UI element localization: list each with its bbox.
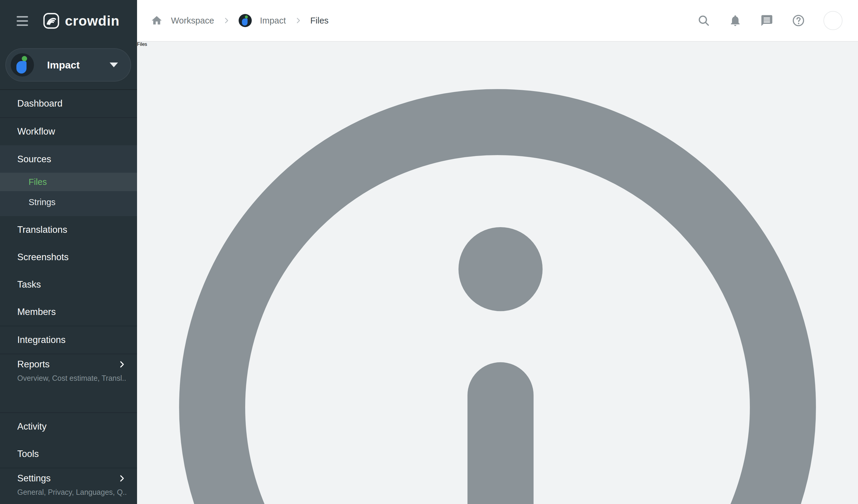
sidebar-item-label: Settings bbox=[17, 473, 117, 484]
sidebar-item-subtitle: Overview, Cost estimate, Transl... bbox=[17, 374, 126, 383]
chevron-down-icon bbox=[110, 63, 118, 67]
breadcrumb: Workspace Impact Files bbox=[151, 14, 329, 27]
sidebar-item-integrations[interactable]: Integrations bbox=[0, 326, 137, 354]
user-avatar[interactable] bbox=[823, 11, 842, 30]
chevron-right-icon bbox=[117, 474, 126, 483]
sidebar-item-activity[interactable]: Activity bbox=[0, 413, 137, 440]
sidebar-item-subtitle: General, Privacy, Languages, Q... bbox=[17, 488, 126, 497]
messages-icon[interactable] bbox=[760, 14, 774, 27]
sidebar-item-reports[interactable]: Reports Overview, Cost estimate, Transl.… bbox=[0, 354, 137, 412]
menu-icon[interactable] bbox=[17, 16, 28, 26]
sidebar-item-translations[interactable]: Translations bbox=[0, 216, 137, 244]
sidebar-item-tasks[interactable]: Tasks bbox=[0, 271, 137, 298]
home-icon[interactable] bbox=[151, 15, 163, 27]
breadcrumb-current: Files bbox=[311, 16, 329, 26]
sidebar-section-sources: Sources Files Strings bbox=[0, 145, 137, 216]
project-switcher[interactable]: Impact bbox=[5, 48, 131, 82]
crowdin-logo[interactable]: crowdin bbox=[43, 13, 120, 29]
app-window: crowdin Impact Dashboard Workflow Source… bbox=[0, 0, 858, 504]
sidebar-item-strings[interactable]: Strings bbox=[0, 191, 137, 213]
sidebar-item-settings[interactable]: Settings General, Privacy, Languages, Q.… bbox=[0, 468, 137, 497]
crowdin-wordmark: crowdin bbox=[65, 13, 120, 29]
topbar: Workspace Impact Files bbox=[137, 0, 858, 42]
search-icon[interactable] bbox=[697, 14, 710, 27]
project-name: Impact bbox=[47, 59, 110, 71]
sidebar-item-screenshots[interactable]: Screenshots bbox=[0, 244, 137, 271]
help-icon[interactable] bbox=[792, 14, 805, 27]
crowdin-logo-icon bbox=[43, 13, 60, 29]
page-title: Files bbox=[137, 42, 147, 47]
breadcrumb-project[interactable]: Impact bbox=[260, 16, 286, 26]
sidebar-item-label: Reports bbox=[17, 359, 117, 370]
sidebar-item-files[interactable]: Files bbox=[0, 173, 137, 191]
sidebar-item-workflow[interactable]: Workflow bbox=[0, 118, 137, 145]
breadcrumb-project-avatar bbox=[239, 14, 252, 27]
sidebar-header: crowdin bbox=[0, 0, 137, 42]
sidebar-item-dashboard[interactable]: Dashboard bbox=[0, 90, 137, 117]
sidebar-item-members[interactable]: Members bbox=[0, 298, 137, 326]
main-area: Workspace Impact Files bbox=[137, 0, 858, 504]
sidebar-item-tools[interactable]: Tools bbox=[0, 440, 137, 468]
breadcrumb-separator-icon bbox=[294, 17, 302, 25]
page-header: Files bbox=[137, 42, 858, 504]
chevron-right-icon bbox=[117, 360, 126, 369]
notifications-icon[interactable] bbox=[729, 14, 742, 27]
topbar-actions bbox=[697, 11, 842, 30]
breadcrumb-separator-icon bbox=[223, 17, 230, 25]
project-avatar bbox=[11, 53, 34, 77]
sidebar: crowdin Impact Dashboard Workflow Source… bbox=[0, 0, 137, 504]
breadcrumb-workspace[interactable]: Workspace bbox=[171, 16, 214, 26]
sidebar-nav: Dashboard Workflow Sources Files Strings… bbox=[0, 90, 137, 497]
sidebar-item-sources[interactable]: Sources bbox=[0, 146, 137, 173]
